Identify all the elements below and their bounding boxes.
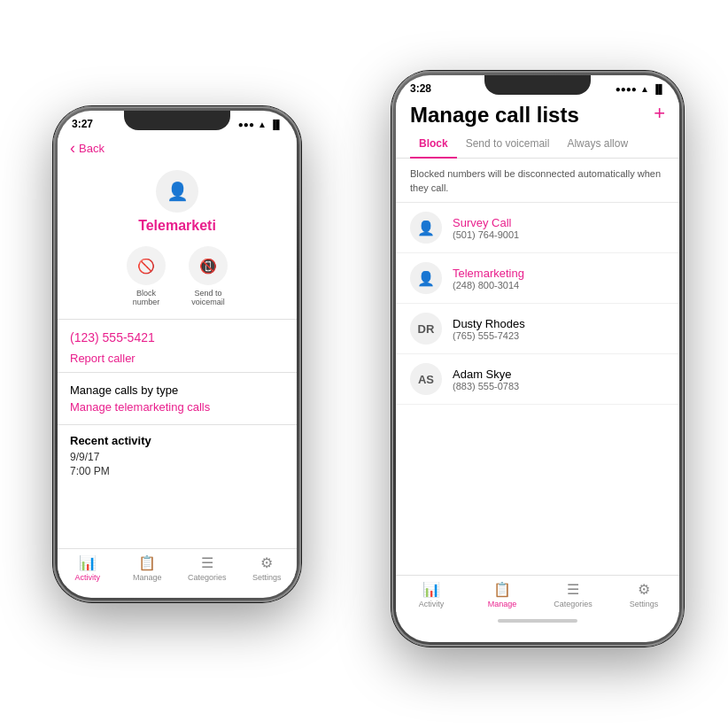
- categories-tab-icon: ☰: [201, 554, 213, 571]
- p2-manage-label: Manage: [488, 600, 517, 608]
- contact-name-3: Dusty Rhodes: [453, 317, 665, 330]
- list-item[interactable]: DR Dusty Rhodes (765) 555-7423: [396, 304, 679, 354]
- status-icons-back: ●●● ▲ ▐▌: [238, 120, 283, 129]
- list-item[interactable]: 👤 Telemarketing (248) 800-3014: [396, 253, 679, 304]
- manage-tab-label: Manage: [133, 573, 162, 582]
- time-back: 3:27: [72, 118, 93, 130]
- contact-info-4: Adam Skye (883) 555-0783: [453, 368, 665, 391]
- contact-name-1: Survey Call: [453, 216, 665, 229]
- list-item[interactable]: AS Adam Skye (883) 555-0783: [396, 354, 679, 405]
- p2-main: Manage call lists + Block Send to voicem…: [396, 98, 679, 575]
- blocked-contacts-list: 👤 Survey Call (501) 764-9001 👤 Telemarke…: [396, 203, 679, 575]
- tab-p2-activity[interactable]: 📊 Activity: [396, 581, 467, 608]
- tab-manage[interactable]: 📋 Manage: [118, 554, 178, 582]
- p2-categories-label: Categories: [554, 600, 592, 608]
- block-action[interactable]: 🚫 Block number: [124, 246, 168, 306]
- contact-info-3: Dusty Rhodes (765) 555-7423: [453, 317, 665, 341]
- recent-activity-label: Recent activity: [58, 429, 297, 449]
- manage-calls-label: Manage calls by type: [58, 376, 297, 399]
- activity-tab-icon: 📊: [79, 554, 97, 571]
- wifi-icon: ▲: [258, 120, 267, 129]
- tab-activity[interactable]: 📊 Activity: [58, 554, 118, 582]
- p2-header: Manage call lists +: [396, 98, 679, 130]
- notch-front: [484, 75, 591, 95]
- report-caller-link[interactable]: Report caller: [58, 348, 297, 368]
- p2-tab-bar: 📊 Activity 📋 Manage ☰ Categories ⚙ Setti…: [396, 575, 679, 612]
- voicemail-label: Send to voicemail: [186, 289, 230, 306]
- divider-3: [58, 424, 297, 425]
- caller-avatar-area: 👤 Telemarketi: [58, 163, 297, 237]
- phone-front: 3:28 ●●●● ▲ ▐▌ Manage call lists + Block…: [391, 71, 684, 647]
- signal-icon-f: ●●●●: [616, 84, 637, 94]
- manage-tab-icon: 📋: [138, 554, 156, 571]
- block-icon: 🚫: [127, 246, 166, 285]
- contact-name-2: Telemarketing: [453, 267, 665, 280]
- p1-tab-bar: 📊 Activity 📋 Manage ☰ Categories ⚙ Setti…: [58, 548, 297, 585]
- categories-tab-label: Categories: [188, 573, 227, 582]
- add-button[interactable]: +: [654, 104, 665, 123]
- signal-icon: ●●●: [238, 120, 254, 129]
- time-front: 3:28: [410, 82, 431, 95]
- phone-back-screen: 3:27 ●●● ▲ ▐▌ Back 👤 Telemarketi �: [58, 111, 297, 598]
- contact-avatar-1: 👤: [410, 212, 442, 244]
- caller-name: Telemarketi: [129, 218, 225, 234]
- p2-content: Manage call lists + Block Send to voicem…: [396, 98, 679, 630]
- p2-activity-icon: 📊: [422, 581, 440, 598]
- tab-p2-settings[interactable]: ⚙ Settings: [608, 581, 679, 608]
- contact-avatar-3: DR: [410, 313, 442, 345]
- battery-icon: ▐▌: [270, 120, 283, 129]
- contact-name-4: Adam Skye: [453, 368, 665, 381]
- phone-number: (123) 555-5421: [58, 323, 297, 348]
- block-label: Block number: [124, 289, 168, 306]
- phone-back: 3:27 ●●● ▲ ▐▌ Back 👤 Telemarketi �: [53, 106, 301, 602]
- divider-1: [58, 319, 297, 320]
- contact-number-2: (248) 800-3014: [453, 280, 665, 290]
- p1-main: Back 👤 Telemarketi 🚫 Block number 📵 Send…: [58, 134, 297, 548]
- wifi-icon-f: ▲: [640, 84, 649, 94]
- p2-settings-label: Settings: [630, 600, 659, 608]
- home-indicator: [396, 612, 679, 630]
- p2-manage-icon: 📋: [493, 581, 511, 598]
- contact-avatar-4: AS: [410, 363, 442, 395]
- p2-tab-row: Block Send to voicemail Always allow: [396, 130, 679, 159]
- activity-time: 7:00 PM: [58, 465, 297, 483]
- p2-categories-icon: ☰: [567, 581, 579, 598]
- notch-back: [124, 111, 230, 130]
- contact-info-2: Telemarketing (248) 800-3014: [453, 267, 665, 290]
- activity-tab-label: Activity: [74, 573, 100, 582]
- tab-always-allow[interactable]: Always allow: [558, 130, 637, 159]
- home-bar: [498, 619, 577, 623]
- contact-number-3: (765) 555-7423: [453, 330, 665, 341]
- voicemail-action[interactable]: 📵 Send to voicemail: [186, 246, 230, 306]
- scene: 3:27 ●●● ▲ ▐▌ Back 👤 Telemarketi �: [0, 0, 728, 728]
- p1-content: Back 👤 Telemarketi 🚫 Block number 📵 Send…: [58, 134, 297, 585]
- p2-settings-icon: ⚙: [638, 581, 650, 598]
- phone-front-screen: 3:28 ●●●● ▲ ▐▌ Manage call lists + Block…: [396, 75, 679, 642]
- status-icons-front: ●●●● ▲ ▐▌: [616, 84, 665, 94]
- settings-tab-icon: ⚙: [260, 554, 273, 571]
- page-title: Manage call lists: [410, 104, 579, 130]
- contact-avatar-2: 👤: [410, 262, 442, 294]
- tab-p2-manage[interactable]: 📋 Manage: [467, 581, 538, 608]
- manage-telemarketing-link[interactable]: Manage telemarketing calls: [58, 399, 297, 421]
- divider-2: [58, 372, 297, 373]
- voicemail-icon: 📵: [189, 246, 228, 285]
- list-item[interactable]: 👤 Survey Call (501) 764-9001: [396, 203, 679, 253]
- settings-tab-label: Settings: [252, 573, 282, 582]
- battery-icon-f: ▐▌: [653, 84, 665, 94]
- activity-date: 9/9/17: [58, 449, 297, 465]
- tab-send-voicemail[interactable]: Send to voicemail: [457, 130, 559, 159]
- back-button[interactable]: Back: [58, 134, 297, 163]
- tab-settings[interactable]: ⚙ Settings: [237, 554, 298, 582]
- tab-p2-categories[interactable]: ☰ Categories: [538, 581, 608, 608]
- tab-block[interactable]: Block: [410, 130, 457, 159]
- blocked-info-text: Blocked numbers will be disconnected aut…: [396, 159, 679, 203]
- contact-info-1: Survey Call (501) 764-9001: [453, 216, 665, 240]
- p2-activity-label: Activity: [419, 600, 445, 608]
- caller-actions: 🚫 Block number 📵 Send to voicemail: [58, 237, 297, 315]
- tab-categories[interactable]: ☰ Categories: [177, 554, 237, 582]
- caller-avatar: 👤: [156, 170, 198, 213]
- contact-number-4: (883) 555-0783: [453, 381, 665, 391]
- contact-number-1: (501) 764-9001: [453, 229, 665, 240]
